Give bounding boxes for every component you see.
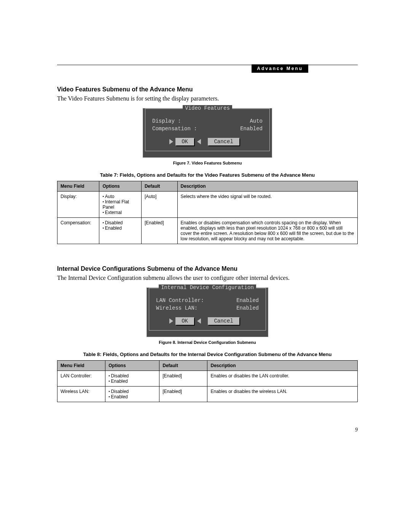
cancel-button[interactable]: Cancel (208, 138, 239, 145)
ok-button[interactable]: OK (175, 317, 194, 325)
col-description: Description (177, 181, 357, 192)
cell-menu-field: Display: (57, 192, 99, 218)
list-item: External (102, 210, 138, 215)
panel-title: Video Features (183, 105, 232, 111)
row-label: LAN Controller: (156, 297, 204, 304)
row-value[interactable]: Enabled (240, 126, 263, 132)
panel-row: LAN Controller: Enabled (156, 297, 259, 304)
cell-menu-field: Wireless LAN: (57, 387, 105, 402)
section-heading: Internal Device Configurations Submenu o… (57, 265, 358, 272)
col-options: Options (99, 181, 141, 192)
cell-default: [Enabled] (159, 387, 207, 402)
figure-caption: Figure 8. Internal Device Configuration … (57, 340, 358, 345)
section-tag: Advance Menu (252, 64, 308, 73)
page-number: 9 (355, 427, 358, 433)
video-features-table: Menu Field Options Default Description D… (57, 181, 358, 244)
cell-options: Disabled Enabled (108, 373, 156, 384)
top-rule (57, 65, 358, 65)
table-title: Table 8: Fields, Options and Defaults fo… (57, 351, 358, 357)
col-options: Options (105, 361, 159, 371)
row-value[interactable]: Enabled (236, 305, 259, 311)
cell-description: Enables or disables the LAN controller. (207, 371, 358, 387)
panel-row: Compensation : Enabled (152, 126, 263, 132)
col-default: Default (141, 181, 177, 192)
video-features-panel: Video Features Display : Auto Compensati… (143, 108, 272, 158)
list-item: Internal Flat Panel (102, 199, 138, 210)
table-row: Compensation: Disabled Enabled [Enabled]… (57, 218, 358, 244)
section-intro: The Internal Device Configuration submen… (57, 275, 358, 281)
list-item: Auto (102, 194, 138, 199)
cell-default: [Auto] (141, 192, 177, 218)
col-menu-field: Menu Field (57, 361, 105, 371)
panel-row: Wireless LAN: Enabled (156, 305, 259, 311)
cell-description: Enables or disables the wireless LAN. (207, 387, 358, 402)
section-heading: Video Features Submenu of the Advance Me… (57, 86, 358, 93)
panel-row: Display : Auto (152, 118, 263, 124)
row-label: Compensation : (152, 126, 197, 132)
panel-title: Internal Device Configuration (159, 284, 256, 291)
section-intro: The Video Features Submenu is for settin… (57, 95, 358, 102)
ok-button[interactable]: OK (175, 138, 194, 145)
list-item: Enabled (108, 394, 156, 399)
row-value[interactable]: Enabled (236, 297, 259, 304)
internal-device-table: Menu Field Options Default Description L… (57, 360, 358, 402)
col-menu-field: Menu Field (57, 181, 99, 192)
cell-menu-field: LAN Controller: (57, 371, 105, 387)
cell-description: Selects where the video signal will be r… (177, 192, 357, 218)
table-title: Table 7: Fields, Options and Defaults fo… (57, 172, 358, 178)
cell-default: [Enabled] (159, 371, 207, 387)
table-row: LAN Controller: Disabled Enabled [Enable… (57, 371, 358, 387)
internal-device-panel: Internal Device Configuration LAN Contro… (147, 288, 268, 337)
list-item: Disabled (108, 373, 156, 379)
figure-caption: Figure 7. Video Features Submenu (57, 161, 358, 165)
cancel-button[interactable]: Cancel (208, 317, 239, 325)
cell-default: [Enabled] (141, 218, 177, 244)
list-item: Enabled (108, 379, 156, 384)
cell-description: Enables or disables compensation which c… (177, 218, 357, 244)
row-value[interactable]: Auto (250, 118, 263, 124)
row-label: Wireless LAN: (156, 305, 198, 311)
list-item: Enabled (102, 225, 138, 231)
list-item: Disabled (108, 389, 156, 394)
table-row: Wireless LAN: Disabled Enabled [Enabled]… (57, 387, 358, 402)
cell-options: Auto Internal Flat Panel External (102, 194, 138, 215)
table-row: Display: Auto Internal Flat Panel Extern… (57, 192, 358, 218)
cell-options: Disabled Enabled (102, 220, 138, 231)
col-default: Default (159, 361, 207, 371)
cell-menu-field: Compensation: (57, 218, 99, 244)
row-label: Display : (152, 118, 181, 124)
list-item: Disabled (102, 220, 138, 225)
col-description: Description (207, 361, 358, 371)
cell-options: Disabled Enabled (108, 389, 156, 399)
